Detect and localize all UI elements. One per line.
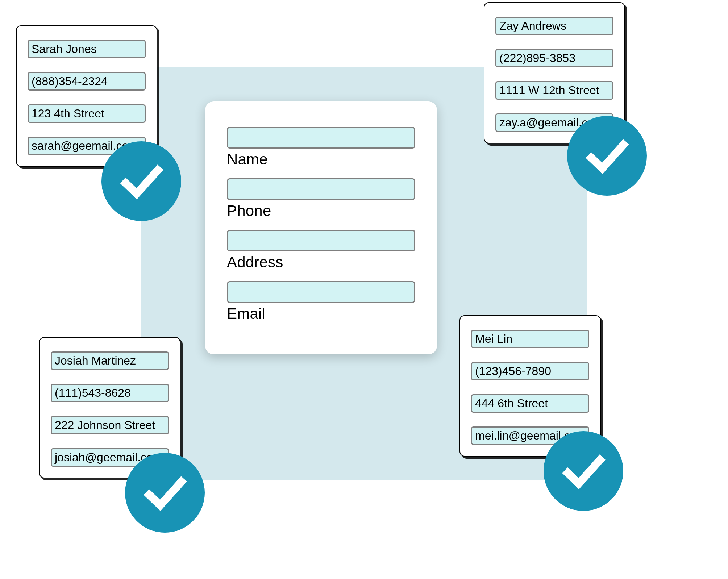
contact-name: Josiah Martinez <box>51 351 169 370</box>
contact-phone: (888)354-2324 <box>28 72 146 91</box>
contact-name: Sarah Jones <box>28 40 146 58</box>
check-badge <box>125 453 205 533</box>
contact-address: 1111 W 12th Street <box>495 81 613 100</box>
contact-name: Mei Lin <box>471 330 589 348</box>
check-icon <box>560 447 607 495</box>
contact-phone: (222)895-3853 <box>495 49 613 67</box>
check-icon <box>118 158 165 205</box>
phone-input[interactable] <box>227 178 415 200</box>
check-badge <box>544 431 623 511</box>
contact-address: 123 4th Street <box>28 104 146 123</box>
email-label: Email <box>227 305 415 322</box>
contact-address: 444 6th Street <box>471 394 589 413</box>
check-badge <box>101 141 181 221</box>
check-icon <box>141 469 188 516</box>
contact-phone: (111)543-8628 <box>51 384 169 402</box>
contact-phone: (123)456-7890 <box>471 362 589 380</box>
phone-label: Phone <box>227 202 415 220</box>
contact-name: Zay Andrews <box>495 17 613 35</box>
name-label: Name <box>227 151 415 168</box>
check-badge <box>567 116 647 196</box>
address-input[interactable] <box>227 230 415 251</box>
name-input[interactable] <box>227 127 415 149</box>
diagram-stage: Name Phone Address Email Sarah Jones (88… <box>0 0 728 579</box>
contact-address: 222 Johnson Street <box>51 416 169 434</box>
check-icon <box>583 132 631 179</box>
form-card: Name Phone Address Email <box>205 101 437 354</box>
email-input[interactable] <box>227 281 415 303</box>
address-label: Address <box>227 254 415 271</box>
